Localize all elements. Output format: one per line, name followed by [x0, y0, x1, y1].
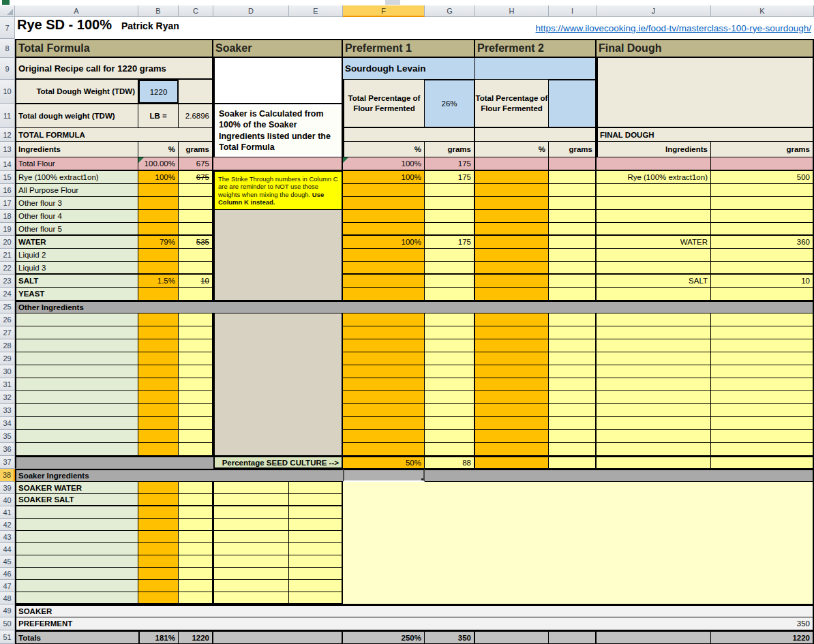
empty-cell-j24[interactable]	[597, 288, 711, 301]
column-header-A[interactable]: A	[15, 5, 138, 17]
empty-cell-h24[interactable]	[475, 288, 549, 301]
empty-cell-i33[interactable]	[549, 404, 597, 417]
empty-cell-b34[interactable]	[138, 417, 179, 430]
seed-culture-grams[interactable]: 88	[425, 456, 475, 469]
final-dough-label-cell[interactable]: FINAL DOUGH	[597, 128, 814, 142]
empty-cell-a46[interactable]	[15, 568, 138, 580]
empty-cell-c18[interactable]	[179, 210, 213, 223]
salt-pct[interactable]: 1.5%	[138, 275, 179, 288]
empty-cell-g19[interactable]	[425, 223, 475, 236]
empty-cell-h33[interactable]	[475, 404, 549, 417]
empty-cell-a27[interactable]	[15, 326, 138, 339]
p1-grams-header[interactable]: grams	[425, 142, 475, 157]
empty-cell-k17[interactable]	[711, 197, 814, 210]
column-header-D[interactable]: D	[213, 5, 289, 17]
empty-cell-f34[interactable]	[343, 417, 425, 430]
row-header-14[interactable]: 14	[0, 157, 15, 171]
row-header-22[interactable]: 22	[0, 262, 15, 275]
empty-cell-h36[interactable]	[475, 443, 549, 456]
empty-cell-d39[interactable]	[213, 482, 289, 494]
empty-cell-g22[interactable]	[425, 262, 475, 275]
empty-cell-j32[interactable]	[597, 391, 711, 404]
soaker-pink-cell[interactable]	[213, 157, 343, 171]
empty-cell-e45[interactable]	[289, 555, 343, 568]
lb-eq-cell[interactable]: LB =	[138, 104, 179, 128]
soaker-ingredients-band[interactable]: Soaker Ingredients	[15, 469, 343, 482]
fd-pink-cell2[interactable]	[711, 157, 814, 171]
empty-cell-c39[interactable]	[179, 482, 213, 494]
tdw-empty-cell[interactable]	[179, 80, 213, 104]
soaker-tan-block-upper[interactable]	[213, 210, 343, 301]
empty-cell-c36[interactable]	[179, 443, 213, 456]
empty-cell-j22[interactable]	[597, 262, 711, 275]
totals-label-cell[interactable]: Totals	[15, 630, 138, 644]
empty-cell-g16[interactable]	[425, 184, 475, 197]
empty-cell-i24[interactable]	[549, 288, 597, 301]
row-header-34[interactable]: 34	[0, 417, 15, 430]
empty-cell-b30[interactable]	[138, 365, 179, 378]
empty-cell-k30[interactable]	[711, 365, 814, 378]
empty-cell-j19[interactable]	[597, 223, 711, 236]
section-header-preferment2[interactable]: Preferment 2	[475, 39, 597, 58]
row-header-12[interactable]: 12	[0, 128, 15, 142]
empty-cell-a44[interactable]	[15, 543, 138, 555]
fd-water-grams[interactable]: 360	[711, 236, 814, 249]
empty-cell-f26[interactable]	[343, 313, 425, 326]
preferment-grams-cell[interactable]: 350	[711, 617, 814, 630]
empty-cell-g35[interactable]	[425, 430, 475, 443]
totals-p1-grams[interactable]: 350	[425, 630, 475, 644]
empty-cell-a45[interactable]	[15, 555, 138, 568]
empty-cell-g34[interactable]	[425, 417, 475, 430]
empty-cell-g33[interactable]	[425, 404, 475, 417]
empty-cell-c21[interactable]	[179, 249, 213, 262]
tf-ingredients-header[interactable]: Ingredients	[15, 142, 138, 157]
empty-cell-c31[interactable]	[179, 378, 213, 391]
total-formula-label-cell[interactable]: TOTAL FORMULA	[15, 128, 213, 142]
empty-cell-c16[interactable]	[179, 184, 213, 197]
row-header-50[interactable]: 50	[0, 617, 15, 630]
row-header-29[interactable]: 29	[0, 352, 15, 365]
ingredient-other3[interactable]: Other flour 3	[15, 197, 138, 210]
gray-segment-38-right[interactable]	[425, 469, 814, 482]
fd-water-name[interactable]: WATER	[597, 236, 711, 249]
row-header-41[interactable]: 41	[0, 506, 15, 519]
empty-cell-j26[interactable]	[597, 313, 711, 326]
empty-cell-j16[interactable]	[597, 184, 711, 197]
empty-cell-c45[interactable]	[179, 555, 213, 568]
column-header-B[interactable]: B	[138, 5, 179, 17]
totals-p1-pct[interactable]: 250%	[343, 630, 425, 644]
empty-cell-h22[interactable]	[475, 262, 549, 275]
empty-cell-f18[interactable]	[343, 210, 425, 223]
p2-tpf-label-cell[interactable]: Total Percentage of Flour Fermented	[475, 80, 549, 128]
empty-cell-h31[interactable]	[475, 378, 549, 391]
empty-cell-h18[interactable]	[475, 210, 549, 223]
row-header-7[interactable]: 7	[0, 17, 15, 39]
empty-cell-f17[interactable]	[343, 197, 425, 210]
empty-cell-j36[interactable]	[597, 443, 711, 456]
empty-cell-k18[interactable]	[711, 210, 814, 223]
empty-cell-i34[interactable]	[549, 417, 597, 430]
empty-cell-a43[interactable]	[15, 531, 138, 543]
empty-cell-e40[interactable]	[289, 494, 343, 506]
empty-cell-b41[interactable]	[138, 506, 179, 519]
empty-cell-c46[interactable]	[179, 568, 213, 580]
empty-cell-i30[interactable]	[549, 365, 597, 378]
row-header-9[interactable]: 9	[0, 58, 15, 80]
empty-cell-i28[interactable]	[549, 339, 597, 352]
empty-cell-e47[interactable]	[289, 580, 343, 592]
column-header-I[interactable]: I	[549, 5, 597, 17]
empty-cell-b28[interactable]	[138, 339, 179, 352]
empty-cell-b43[interactable]	[138, 531, 179, 543]
empty-cell-h15[interactable]	[475, 171, 549, 184]
empty-cell-c35[interactable]	[179, 430, 213, 443]
soaker-water-name[interactable]: SOAKER WATER	[15, 482, 138, 494]
section-header-preferment1[interactable]: Preferment 1	[343, 39, 475, 58]
empty-cell-d40[interactable]	[213, 494, 289, 506]
tdw-lb-label-cell[interactable]: Total dough weight (TDW)	[15, 104, 138, 128]
empty-cell-b44[interactable]	[138, 543, 179, 555]
empty-cell-c19[interactable]	[179, 223, 213, 236]
row-header-35[interactable]: 35	[0, 430, 15, 443]
empty-cell-b19[interactable]	[138, 223, 179, 236]
p2-grams-header[interactable]: grams	[549, 142, 597, 157]
select-all-corner[interactable]	[0, 5, 15, 17]
